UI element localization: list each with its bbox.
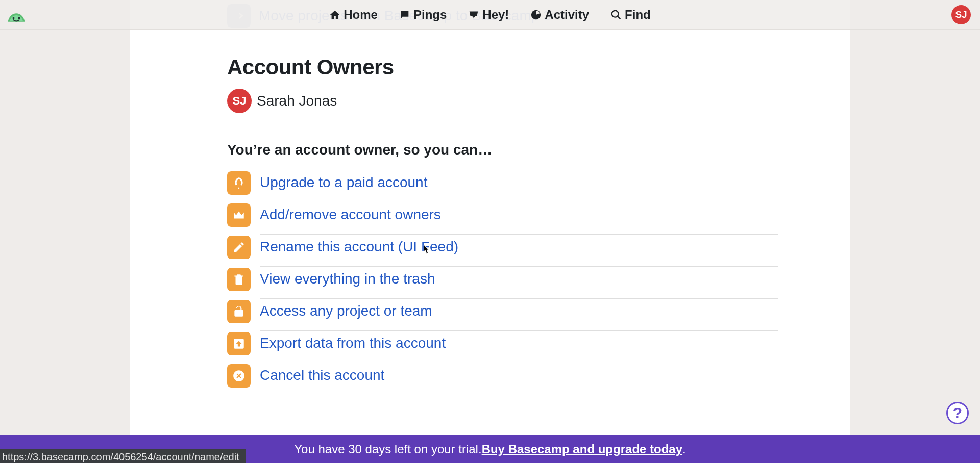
- action-access-link[interactable]: Access any project or team: [260, 303, 432, 319]
- basecamp-logo[interactable]: [5, 4, 28, 27]
- action-cancel-link[interactable]: Cancel this account: [260, 367, 384, 383]
- action-trash-link[interactable]: View everything in the trash: [260, 271, 435, 287]
- nav-pings-label: Pings: [413, 8, 447, 22]
- chat-icon: [399, 9, 410, 20]
- nav-home[interactable]: Home: [329, 8, 378, 22]
- action-trash[interactable]: View everything in the trash: [227, 267, 778, 299]
- page-title: Account Owners: [227, 55, 778, 80]
- sub-heading: You’re an account owner, so you can…: [227, 142, 778, 158]
- user-avatar[interactable]: SJ: [951, 5, 971, 24]
- crown-icon: [227, 203, 251, 227]
- main-card: Move projects from Basecamp to Basecamp …: [130, 0, 850, 463]
- nav-hey-label: Hey!: [482, 8, 509, 22]
- nav-hey[interactable]: Hey!: [468, 8, 509, 22]
- nav-activity[interactable]: Activity: [530, 8, 589, 22]
- owner-avatar[interactable]: SJ: [227, 89, 252, 113]
- status-url: https://3.basecamp.com/4056254/account/n…: [0, 449, 246, 463]
- help-button[interactable]: ?: [946, 402, 969, 424]
- trial-prefix: You have 30 days left on your trial.: [294, 442, 481, 456]
- svg-point-3: [612, 10, 619, 17]
- svg-line-4: [618, 16, 621, 19]
- nav-home-label: Home: [344, 8, 378, 22]
- content-area: Account Owners SJ Sarah Jonas You’re an …: [227, 55, 778, 395]
- action-upgrade-link[interactable]: Upgrade to a paid account: [260, 174, 427, 190]
- owner-name: Sarah Jonas: [257, 93, 337, 109]
- home-icon: [329, 9, 340, 20]
- svg-point-1: [18, 17, 20, 19]
- svg-point-0: [12, 17, 14, 19]
- trial-suffix: .: [682, 442, 686, 456]
- nav-activity-label: Activity: [545, 8, 589, 22]
- action-upgrade[interactable]: Upgrade to a paid account: [227, 170, 778, 202]
- action-export-link[interactable]: Export data from this account: [260, 335, 446, 351]
- nav-find[interactable]: Find: [610, 8, 651, 22]
- activity-icon: [530, 9, 542, 20]
- pencil-icon: [227, 236, 251, 259]
- trash-icon: [227, 268, 251, 291]
- action-list: Upgrade to a paid account Add/remove acc…: [227, 170, 778, 395]
- unlock-icon: [227, 300, 251, 323]
- top-nav: Home Pings Hey! Activity Find SJ: [0, 0, 980, 30]
- action-owners[interactable]: Add/remove account owners: [227, 202, 778, 235]
- action-rename[interactable]: Rename this account (UI Feed): [227, 235, 778, 267]
- action-rename-link[interactable]: Rename this account (UI Feed): [260, 239, 458, 254]
- action-export[interactable]: Export data from this account: [227, 331, 778, 363]
- export-icon: [227, 332, 251, 355]
- action-owners-link[interactable]: Add/remove account owners: [260, 207, 441, 222]
- action-cancel[interactable]: Cancel this account: [227, 363, 778, 395]
- action-access[interactable]: Access any project or team: [227, 299, 778, 331]
- inbox-icon: [468, 9, 479, 20]
- nav-pings[interactable]: Pings: [399, 8, 447, 22]
- cancel-icon: [227, 364, 251, 388]
- nav-find-label: Find: [625, 8, 651, 22]
- owner-row: SJ Sarah Jonas: [227, 89, 778, 113]
- search-icon: [610, 9, 622, 20]
- trial-upgrade-link[interactable]: Buy Basecamp and upgrade today: [482, 442, 682, 456]
- rocket-icon: [227, 171, 251, 195]
